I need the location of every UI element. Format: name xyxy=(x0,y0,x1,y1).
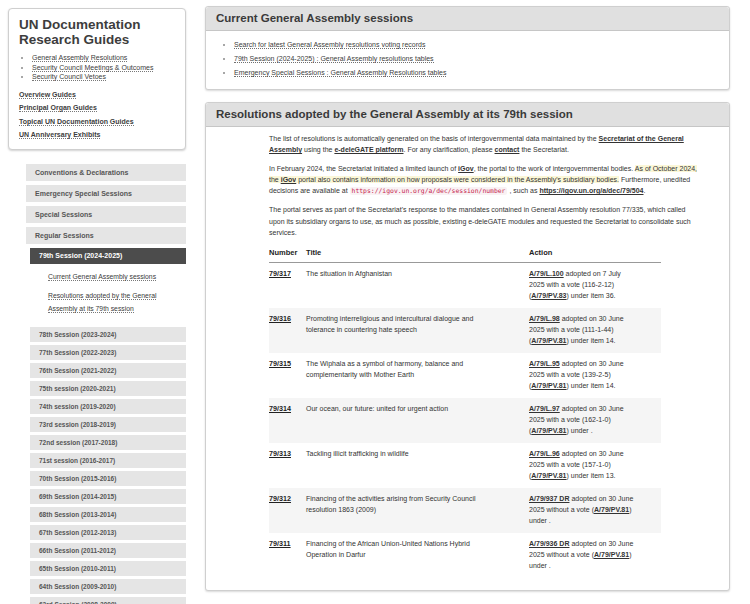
text-segment: The list of resolutions is automatically… xyxy=(269,135,599,142)
sidebar-nav-item[interactable]: Emergency Special Sessions xyxy=(26,185,186,202)
text-segment: ) under item 14. xyxy=(567,337,616,344)
main-content: Current General Assembly sessions Search… xyxy=(205,6,730,603)
resolution-action-cell: A/79/L.98 adopted on 30 June 2025 with a… xyxy=(529,308,661,353)
resolution-title-cell: The situation in Afghanistan xyxy=(306,263,529,309)
text-segment: using the xyxy=(302,146,334,153)
sidebar-active-session[interactable]: 79th Session (2024-2025) xyxy=(30,248,186,264)
group-link[interactable]: Overview Guides xyxy=(19,91,76,99)
sidebar-session-item[interactable]: 69th Session (2014-2015) xyxy=(30,489,186,504)
inline-link[interactable]: A/79/L.95 xyxy=(529,360,560,367)
inline-link[interactable]: A/79/L.100 xyxy=(529,270,564,277)
resolution-number-link[interactable]: 79/315 xyxy=(269,359,291,368)
nav-top-level: Conventions & Declarations Emergency Spe… xyxy=(8,164,186,244)
inline-link[interactable]: A/79/PV.81 xyxy=(531,337,566,344)
sidebar-session-item[interactable]: 71st session (2016-2017) xyxy=(30,453,186,468)
sidebar-nav-item[interactable]: Conventions & Declarations xyxy=(26,164,186,181)
current-sessions-box-title: Current General Assembly sessions xyxy=(206,7,729,31)
resolution-number-link[interactable]: 79/311 xyxy=(269,539,291,548)
text-segment: , the portal to the work of intergovernm… xyxy=(474,165,635,172)
inline-code: https://igov.un.org/a/dec/session/number xyxy=(350,187,508,195)
inline-link[interactable]: A/79/PV.81 xyxy=(531,427,566,434)
sidebar-session-item[interactable]: 67th Session (2012-2013) xyxy=(30,525,186,540)
text-segment: . xyxy=(644,187,646,194)
resolutions-box: Resolutions adopted by the General Assem… xyxy=(205,102,730,591)
sidebar-session-item[interactable]: 77th Session (2022-2023) xyxy=(30,345,186,360)
list-item: Security Council Meetings & Outcomes xyxy=(32,63,175,73)
inline-link[interactable]: A/79/937 DR xyxy=(529,495,569,502)
resolution-number-link[interactable]: 79/313 xyxy=(269,449,291,458)
text-segment: ) under item 14. xyxy=(567,382,616,389)
inline-link[interactable]: A/79/L.98 xyxy=(529,315,560,322)
sidebar-session-item[interactable]: 78th Session (2023-2024) xyxy=(30,327,186,342)
content-link[interactable]: Search for latest General Assembly resol… xyxy=(234,41,425,49)
list-item: Current General Assembly sessions xyxy=(48,269,186,282)
resolution-title-cell: Promoting interreligious and intercultur… xyxy=(306,308,529,353)
sidebar-session-item[interactable]: 64th Session (2009-2010) xyxy=(30,579,186,594)
sidebar-subpage-link[interactable]: Resolutions adopted by the General Assem… xyxy=(48,292,156,313)
sidebar-session-item[interactable]: 68th Session (2013-2014) xyxy=(30,507,186,522)
sidebar-session-item[interactable]: 66th Session (2011-2012) xyxy=(30,543,186,558)
sidebar-nav-item[interactable]: Special Sessions xyxy=(26,206,186,223)
sidebar-session-item[interactable]: 75th session (2020-2021) xyxy=(30,381,186,396)
resolution-action-cell: A/79/L.96 adopted on 30 June 2025 with a… xyxy=(529,443,661,488)
inline-link[interactable]: A/79/PV.83 xyxy=(531,292,566,299)
page: UN Documentation Research Guides General… xyxy=(0,0,750,604)
resolution-title-cell: Financing of the African Union-United Na… xyxy=(306,533,529,578)
sidebar-session-item[interactable]: 65th Session (2010-2011) xyxy=(30,561,186,576)
sidebar-session-item[interactable]: 63rd Session (2008-2009) xyxy=(30,597,186,604)
text-segment: ) under . xyxy=(567,427,593,434)
sidebar-subpage-link[interactable]: Current General Assembly sessions xyxy=(48,273,156,281)
resolution-title-cell: Financing of the activities arising from… xyxy=(306,488,529,533)
inline-link[interactable]: A/79/L.96 xyxy=(529,450,560,457)
inline-link[interactable]: https://igov.un.org/a/dec/79/504 xyxy=(539,187,643,194)
inline-link[interactable]: A/79/L.97 xyxy=(529,405,560,412)
list-item: Topical UN Documentation Guides xyxy=(19,114,175,128)
group-link[interactable]: Principal Organ Guides xyxy=(19,104,97,112)
quick-links-list: General Assembly Resolutions Security Co… xyxy=(19,53,175,82)
sidebar-session-item[interactable]: 74th session (2019-2020) xyxy=(30,399,186,414)
table-row: 79/313 Tackling illicit trafficking in w… xyxy=(269,443,661,488)
column-header-title: Title xyxy=(306,245,529,263)
inline-link[interactable]: A/79/936 DR xyxy=(529,540,569,547)
sidebar-session-item[interactable]: 72nd session (2017-2018) xyxy=(30,435,186,450)
resolution-number-link[interactable]: 79/314 xyxy=(269,404,291,413)
inline-link[interactable]: A/79/PV.81 xyxy=(531,472,566,479)
resolutions-box-title: Resolutions adopted by the General Assem… xyxy=(206,103,729,127)
resolution-title-cell: Our ocean, our future: united for urgent… xyxy=(306,398,529,443)
content-link[interactable]: 79th Session (2024-2025) : General Assem… xyxy=(234,55,434,63)
quick-link[interactable]: General Assembly Resolutions xyxy=(32,54,127,62)
text-segment: ) under item 36. xyxy=(567,292,616,299)
sidebar: UN Documentation Research Guides General… xyxy=(8,8,186,604)
list-item: 79th Session (2024-2025) : General Assem… xyxy=(234,52,717,66)
inline-link[interactable]: A/79/PV.81 xyxy=(594,506,629,513)
inline-link[interactable]: contact xyxy=(495,146,520,153)
sidebar-session-item[interactable]: 70th Session (2015-2016) xyxy=(30,471,186,486)
guide-info-box: UN Documentation Research Guides General… xyxy=(8,8,186,150)
resolution-number-link[interactable]: 79/317 xyxy=(269,269,291,278)
sidebar-session-item[interactable]: 73rd session (2018-2019) xyxy=(30,417,186,432)
list-item: Security Council Vetoes xyxy=(32,72,175,82)
sidebar-nav-item[interactable]: Regular Sessions xyxy=(26,227,186,244)
guide-title-link[interactable]: UN Documentation Research Guides xyxy=(19,17,175,47)
content-link[interactable]: Emergency Special Sessions : General Ass… xyxy=(234,69,446,77)
resolution-action-cell: A/79/937 DR adopted on 30 June 2025 with… xyxy=(529,488,661,533)
side-nav: Conventions & Declarations Emergency Spe… xyxy=(8,164,186,604)
resolution-number-link[interactable]: 79/316 xyxy=(269,314,291,323)
inline-link[interactable]: A/79/PV.81 xyxy=(531,382,566,389)
quick-link[interactable]: Security Council Vetoes xyxy=(32,73,106,81)
group-link[interactable]: Topical UN Documentation Guides xyxy=(19,118,134,126)
nav-session-list: 78th Session (2023-2024) 77th Session (2… xyxy=(8,327,186,604)
quick-link[interactable]: Security Council Meetings & Outcomes xyxy=(32,64,153,72)
inline-link[interactable]: A/79/PV.81 xyxy=(594,551,629,558)
inline-link[interactable]: e-deleGATE platform xyxy=(334,146,403,153)
current-sessions-box: Current General Assembly sessions Search… xyxy=(205,6,730,90)
resolution-number-cell: 79/317 xyxy=(269,263,306,309)
sidebar-session-item[interactable]: 76th Session (2021-2022) xyxy=(30,363,186,378)
table-header-row: Number Title Action xyxy=(269,245,661,263)
list-item: Principal Organ Guides xyxy=(19,100,175,114)
group-link[interactable]: UN Anniversary Exhibits xyxy=(19,131,100,139)
inline-link[interactable]: iGov xyxy=(281,176,297,183)
inline-link[interactable]: iGov xyxy=(458,165,474,172)
resolution-action-cell: A/79/L.95 adopted on 30 June 2025 with a… xyxy=(529,353,661,398)
resolution-number-link[interactable]: 79/312 xyxy=(269,494,291,503)
